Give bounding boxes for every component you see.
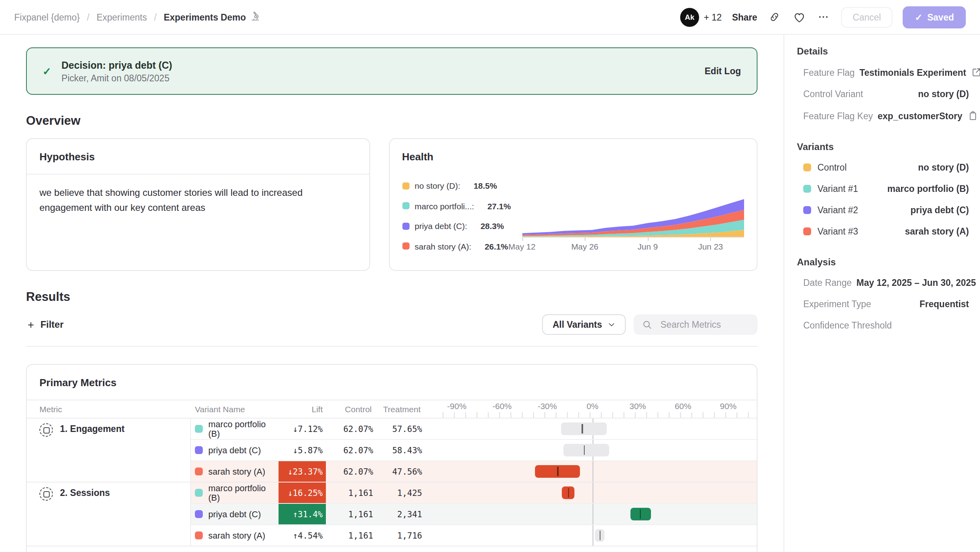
lift-value: ↑31.4%	[279, 504, 326, 524]
chart-tick	[648, 237, 649, 240]
share-button[interactable]: Share	[732, 12, 757, 22]
check-icon: ✓	[43, 65, 51, 77]
legend-swatch	[402, 202, 409, 209]
variant-swatch	[195, 489, 203, 497]
analysis-row-date-range: Date Range May 12, 2025 – Jun 30, 2025	[803, 278, 969, 287]
search-metrics-input[interactable]	[659, 319, 749, 330]
metric-icon	[39, 487, 53, 501]
health-card: Health no story (D): 18.5% marco portfol…	[389, 138, 757, 271]
variant-swatch	[803, 206, 811, 214]
hypothesis-body: we believe that showing customer stories…	[27, 175, 369, 226]
confidence-interval-bar	[443, 461, 750, 482]
legend-swatch	[402, 222, 409, 229]
variant-swatch	[195, 468, 203, 475]
legend-item[interactable]: sarah story (A): 26.1%	[402, 241, 522, 251]
hypothesis-title: Hypothesis	[39, 151, 95, 163]
treatment-value: 57.65%	[375, 419, 424, 439]
breadcrumb-current[interactable]: Experiments Demo	[164, 11, 260, 23]
health-title: Health	[402, 151, 433, 163]
decision-subtitle: Picker, Amit on 08/05/2025	[62, 73, 705, 83]
breadcrumb-experiments[interactable]: Experiments	[97, 12, 147, 22]
topbar-actions: Ak + 12 Share Cancel ✓ Saved	[680, 6, 966, 28]
legend-item[interactable]: priya debt (C): 28.3%	[402, 221, 522, 231]
metrics-table-header: Metric Variant Name Lift Control Treatme…	[27, 400, 757, 419]
lift-value: ↓23.37%	[279, 461, 326, 482]
decision-banner: ✓ Decision: priya debt (C) Picker, Amit …	[26, 47, 757, 95]
chevron-down-icon	[608, 321, 615, 329]
axis-tick-label: 90%	[720, 401, 737, 411]
table-row[interactable]: priya debt (C) ↓5.87% 62.07% 58.43%	[191, 440, 757, 461]
variants-section-title: Variants	[797, 141, 969, 152]
analysis-row-experiment-type: Experiment Type Frequentist	[803, 299, 969, 309]
variant-row-2: Variant #2 priya debt (C)	[803, 205, 969, 215]
plus-icon: +	[28, 318, 34, 331]
lift-axis: -90%-60%-30%0%30%60%90%	[443, 400, 750, 418]
axis-tick-label: 60%	[675, 401, 691, 411]
control-value: 1,161	[326, 483, 375, 503]
legend-item[interactable]: marco portfoli...: 27.1%	[402, 201, 522, 210]
edit-log-button[interactable]: Edit Log	[705, 66, 741, 76]
control-value: 1,161	[326, 504, 375, 524]
axis-tick-label: -90%	[447, 401, 466, 411]
breadcrumb: Fixpanel {demo} / Experiments / Experime…	[14, 11, 260, 23]
treatment-value: 2,341	[375, 504, 424, 524]
table-row[interactable]: priya debt (C) ↑31.4% 1,161 2,341	[191, 504, 757, 525]
variant-swatch	[195, 425, 203, 433]
lift-value: ↓16.25%	[279, 483, 326, 503]
variant-row-3: Variant #3 sarah story (A)	[803, 227, 969, 236]
axis-tick-label: -60%	[492, 401, 512, 411]
table-row[interactable]: marco portfolio (B) ↓7.12% 62.07% 57.65%	[191, 419, 757, 440]
chart-tick-label: May 12	[509, 241, 536, 251]
table-row[interactable]: sarah story (A) ↑4.54% 1,161 1,716	[191, 525, 757, 546]
cancel-button[interactable]: Cancel	[841, 7, 893, 27]
breadcrumb-project[interactable]: Fixpanel {demo}	[14, 12, 80, 22]
chart-tick-label: Jun 9	[638, 241, 658, 251]
collaborator-count[interactable]: + 12	[704, 12, 722, 22]
metric-icon	[39, 423, 53, 437]
lift-value: ↓5.87%	[279, 440, 326, 460]
confidence-interval-bar	[443, 525, 750, 546]
health-chart-x-axis: May 12May 26Jun 9Jun 23	[522, 237, 744, 251]
table-row[interactable]: sarah story (A) ↓23.37% 62.07% 47.56%	[191, 461, 757, 482]
chart-tick-label: May 26	[571, 241, 598, 251]
analysis-section-title: Analysis	[797, 257, 969, 268]
detail-row-control-variant: Control Variant no story (D)	[803, 89, 969, 99]
health-legend: no story (D): 18.5% marco portfoli...: 2…	[402, 181, 522, 251]
favorite-heart-icon[interactable]	[792, 10, 806, 24]
variant-swatch	[195, 531, 203, 539]
avatar[interactable]: Ak	[680, 8, 699, 26]
control-value: 1,161	[326, 525, 375, 546]
primary-metrics-card: Primary Metrics Metric Variant Name Lift…	[26, 364, 757, 552]
health-chart: May 12May 26Jun 9Jun 23	[522, 175, 744, 251]
microscope-icon	[250, 11, 260, 23]
breadcrumb-separator: /	[154, 12, 157, 22]
saved-button[interactable]: ✓ Saved	[903, 6, 966, 28]
copy-clipboard-icon[interactable]	[968, 111, 977, 121]
chart-tick-label: Jun 23	[698, 241, 723, 251]
variant-row-1: Variant #1 marco portfolio (B)	[803, 184, 969, 193]
copy-link-icon[interactable]	[767, 10, 782, 24]
table-row[interactable]: marco portfolio (B) ↓16.25% 1,161 1,425	[191, 483, 757, 504]
variant-swatch	[195, 510, 203, 518]
confidence-interval-bar	[443, 504, 750, 524]
variant-swatch	[803, 163, 811, 171]
add-metric-button[interactable]: + Add	[27, 546, 757, 552]
chart-tick	[711, 237, 711, 240]
detail-row-feature-flag-key: Feature Flag Key exp_customerStory	[803, 111, 969, 121]
legend-item[interactable]: no story (D): 18.5%	[402, 181, 522, 190]
decision-title: Decision: priya debt (C)	[62, 60, 705, 71]
search-metrics-box	[634, 314, 757, 335]
more-options-icon[interactable]	[816, 10, 830, 24]
top-bar: Fixpanel {demo} / Experiments / Experime…	[0, 0, 980, 35]
variants-dropdown[interactable]: All Variants	[542, 314, 626, 335]
metric-name: 1. Engagement	[60, 424, 125, 434]
metric-group: 1. Engagement marco portfolio (B) ↓7.12%…	[27, 419, 757, 482]
results-heading: Results	[26, 290, 757, 304]
overview-heading: Overview	[26, 114, 757, 128]
axis-tick-label: 30%	[629, 401, 646, 411]
variant-row-control: Control no story (D)	[803, 163, 969, 172]
results-toolbar: + Filter All Variants	[26, 314, 757, 347]
add-filter-button[interactable]: + Filter	[26, 318, 64, 331]
legend-swatch	[402, 182, 409, 189]
external-link-icon[interactable]	[972, 67, 980, 77]
